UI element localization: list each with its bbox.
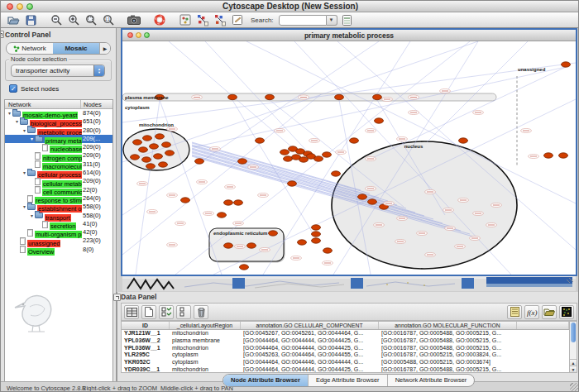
tab-overflow-arrow-icon[interactable]: ▶ — [99, 43, 110, 54]
table-column-header[interactable]: annotation.GO CELLULAR_COMPONENT — [241, 322, 379, 329]
attribute-table-icon[interactable] — [124, 305, 139, 319]
graph-node[interactable] — [181, 198, 190, 203]
table-column-header[interactable]: ID — [122, 322, 170, 329]
new-attribute-icon[interactable] — [141, 305, 156, 319]
scroll-up-icon[interactable]: ▲ — [570, 359, 577, 366]
graph-node[interactable] — [224, 243, 233, 248]
graph-node[interactable] — [459, 138, 468, 143]
graph-node[interactable] — [269, 231, 278, 236]
table-scrollbar[interactable]: ▲ ▼ — [569, 321, 577, 373]
attribute-browser-tab[interactable]: Node Attribute Browser — [223, 375, 309, 386]
resize-grip[interactable] — [570, 383, 578, 391]
graph-node[interactable] — [312, 232, 321, 237]
layout-nodes-red-icon[interactable] — [213, 13, 227, 26]
zoom-out-icon[interactable] — [49, 13, 64, 26]
table-column-header[interactable] — [517, 322, 569, 329]
tree-row[interactable]: Overview8(0) — [5, 246, 112, 254]
save-icon[interactable] — [23, 13, 38, 26]
graph-node[interactable] — [150, 144, 159, 149]
network-view-titlebar[interactable]: primary metabolic process — [122, 30, 576, 41]
graph-node[interactable] — [133, 140, 142, 145]
graph-node[interactable] — [288, 181, 297, 186]
help-icon[interactable] — [152, 13, 167, 26]
graph-node[interactable] — [280, 150, 290, 155]
attribute-browser-tab[interactable]: Network Attribute Browser — [388, 375, 475, 386]
window-titlebar[interactable]: Cytoscape Desktop (New Session) — [1, 1, 579, 12]
float-panel-icon[interactable] — [0, 31, 4, 38]
data-panel-float-icon[interactable] — [113, 294, 121, 301]
graph-node[interactable] — [323, 152, 332, 157]
graph-node[interactable] — [195, 159, 204, 164]
graph-node[interactable] — [544, 153, 553, 158]
unselect-attributes-icon[interactable] — [176, 305, 191, 319]
graph-node[interactable] — [247, 243, 256, 248]
graph-node[interactable] — [234, 200, 243, 205]
graph-node[interactable] — [218, 213, 227, 218]
select-nodes-checkbox[interactable]: ✓ — [9, 84, 17, 93]
tab-mosaic[interactable]: Mosaic — [53, 43, 99, 54]
network-canvas[interactable]: plasma membranecytoplasmmitochondrionnuc… — [122, 41, 576, 275]
table-row[interactable]: YPL036W__2plasma membrane[GO:0044464, GO… — [122, 337, 569, 345]
graph-node[interactable] — [143, 136, 152, 141]
zoom-in-icon[interactable] — [66, 13, 81, 26]
graph-node[interactable] — [559, 153, 568, 158]
graph-node[interactable] — [142, 157, 151, 162]
search-dropdown-icon[interactable]: ▼ — [327, 15, 337, 26]
node-color-dropdown[interactable]: transporter activity ▲▼ — [11, 65, 105, 77]
attribute-browser-tab[interactable]: Edge Attribute Browser — [309, 375, 388, 386]
graph-node[interactable] — [154, 154, 163, 159]
graph-node[interactable] — [156, 134, 165, 139]
disclosure-arrow-icon[interactable]: ▾ — [14, 117, 20, 126]
open-icon[interactable] — [6, 13, 21, 26]
graph-node[interactable] — [335, 94, 344, 99]
graph-node[interactable] — [350, 138, 359, 143]
table-row[interactable]: YJR121W__1mitochondrion[GO:0045267, GO:0… — [122, 330, 569, 337]
graph-node[interactable] — [238, 159, 247, 164]
import-table-icon[interactable] — [340, 13, 355, 26]
snapshot-icon[interactable] — [127, 13, 141, 26]
table-row[interactable]: YKR052Ccytoplasm[GO:0044464, GO:0044446,… — [122, 359, 569, 366]
vizmapper-icon[interactable] — [178, 13, 193, 26]
graph-node[interactable] — [314, 156, 323, 161]
layout-nodes-blue-icon[interactable] — [195, 13, 210, 26]
graph-node[interactable] — [131, 155, 140, 160]
notepad-icon[interactable] — [507, 305, 522, 319]
graph-node[interactable] — [256, 138, 265, 143]
disclosure-arrow-icon[interactable]: ▾ — [7, 109, 12, 117]
annotation-icon[interactable] — [230, 13, 245, 26]
graph-node[interactable] — [266, 94, 275, 99]
graph-node[interactable] — [162, 142, 171, 147]
zoom-actual-size-icon[interactable]: 1:1 — [101, 13, 116, 26]
open-folder-icon[interactable] — [542, 305, 557, 319]
search-input[interactable] — [279, 15, 327, 26]
table-row[interactable]: YDR039C__1mitochondrion[GO:0044464, GO:0… — [122, 366, 569, 373]
table-row[interactable]: YPL036W__1mitochondrion[GO:0044464, GO:0… — [122, 345, 569, 352]
graph-node[interactable] — [375, 118, 384, 123]
table-column-header[interactable]: _cellularLayoutRegion — [170, 322, 241, 329]
graph-node[interactable] — [312, 225, 321, 230]
graph-node[interactable] — [146, 164, 156, 169]
zoom-fit-selected-icon[interactable] — [84, 13, 98, 26]
disclosure-arrow-icon[interactable]: ▾ — [22, 127, 27, 135]
graph-node[interactable] — [228, 94, 237, 99]
graph-node[interactable] — [332, 171, 341, 176]
table-column-header[interactable]: annotation.GO MOLECULAR_FUNCTION — [379, 322, 517, 329]
graph-node[interactable] — [373, 94, 382, 99]
graph-node[interactable] — [358, 194, 367, 199]
graph-node[interactable] — [165, 151, 175, 155]
formula-icon[interactable]: f(x) — [524, 305, 539, 319]
graph-node[interactable] — [240, 265, 249, 270]
graph-node[interactable] — [323, 248, 333, 253]
scroll-down-icon[interactable]: ▼ — [570, 366, 577, 372]
graph-node[interactable] — [298, 240, 307, 245]
delete-attribute-icon[interactable] — [194, 305, 208, 319]
graph-node[interactable] — [159, 162, 168, 167]
matrix-icon[interactable] — [559, 305, 574, 319]
disclosure-arrow-icon[interactable]: ▾ — [29, 212, 35, 220]
disclosure-arrow-icon[interactable]: ▾ — [22, 203, 27, 211]
disclosure-arrow-icon[interactable]: ▾ — [22, 169, 27, 177]
table-row[interactable]: YLR295Ccytoplasm[GO:0045263, GO:0044464,… — [122, 351, 569, 359]
graph-node[interactable] — [224, 200, 233, 205]
scrollbar-thumb[interactable] — [571, 323, 576, 342]
graph-node[interactable] — [139, 147, 148, 152]
